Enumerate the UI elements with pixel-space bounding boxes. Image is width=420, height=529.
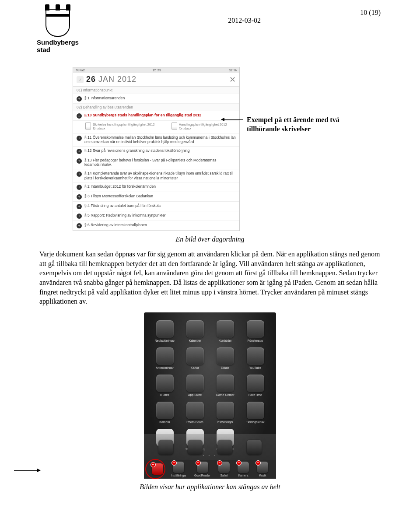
- expand-icon[interactable]: +: [77, 96, 82, 102]
- expand-icon[interactable]: +: [77, 149, 82, 154]
- running-app[interactable]: −Musik: [257, 462, 268, 477]
- close-minus-icon[interactable]: −: [217, 460, 222, 466]
- agenda-item[interactable]: +§ 11 Överenskommelse mellan Stockholm l…: [73, 133, 239, 147]
- dock-app-icon[interactable]: [188, 440, 203, 455]
- running-app[interactable]: −: [152, 463, 163, 476]
- dock-app-icon[interactable]: [158, 440, 173, 455]
- arrow-right-icon: [14, 470, 40, 471]
- expand-icon[interactable]: +: [77, 194, 82, 200]
- callout-example: Exempel på ett ärende med två tillhörand…: [247, 115, 347, 134]
- agenda-date: 26 JAN 2012: [86, 75, 136, 84]
- attachment[interactable]: Handlingsplan tillgänglighet 2012 fön.do…: [172, 123, 236, 130]
- dock-app-icon[interactable]: [247, 440, 262, 455]
- body-paragraph: Varje dokument kan sedan öppnas var för …: [39, 249, 381, 306]
- section-header-2: 02) Behandling av beslutsärenden: [73, 104, 239, 111]
- caption-home: Bilden visar hur applikationer kan stäng…: [39, 483, 381, 491]
- agenda-item[interactable]: +§ 5 Rapport: Redovisning av inkomna syn…: [73, 211, 239, 221]
- close-minus-icon[interactable]: −: [236, 460, 242, 466]
- close-minus-icon[interactable]: −: [256, 460, 261, 466]
- status-time: 15:29: [152, 68, 161, 72]
- ipad-agenda-screenshot: Telia2 15:29 32 % ♪ 26 JAN 2012 ✕ 01) In…: [73, 67, 240, 231]
- status-battery: 32 %: [229, 68, 237, 72]
- agenda-item[interactable]: +§ 12 Svar på revisionens granskning av …: [73, 147, 239, 156]
- expand-icon[interactable]: +: [77, 223, 82, 228]
- brand-line2: stad: [37, 46, 79, 53]
- page-number: 10 (19): [360, 9, 381, 17]
- app-icon-tile[interactable]: Kontakter: [212, 320, 238, 342]
- dock-app-icon[interactable]: [217, 440, 232, 455]
- document-icon: [172, 123, 177, 130]
- running-app[interactable]: −GoodReader: [194, 462, 210, 477]
- dock: [144, 434, 276, 460]
- arrow-left-icon: [221, 119, 243, 120]
- expand-icon[interactable]: +: [77, 158, 82, 164]
- ipad-home-screenshot: Nedladdningar Kalender Kontakter Fönster…: [144, 312, 276, 479]
- app-icon-tile[interactable]: Kamera: [152, 402, 178, 424]
- agenda-item[interactable]: +§ 4 Förändring av antalet barn på Iftin…: [73, 202, 239, 211]
- agenda-item[interactable]: +§ 6 Revidering av internkontrollplanen: [73, 221, 239, 231]
- app-icon-tile[interactable]: Nedladdningar: [152, 320, 178, 342]
- app-icon-tile[interactable]: iTunes: [152, 375, 178, 396]
- status-carrier: Telia2: [76, 68, 85, 72]
- app-icon-tile[interactable]: Eldata: [212, 347, 238, 369]
- attachment[interactable]: Skrivelse handlingsplan tillgänglighet 2…: [85, 123, 163, 130]
- back-icon[interactable]: ♪: [77, 76, 84, 83]
- app-icon-tile[interactable]: Tidningskiosk: [242, 402, 268, 424]
- expand-icon[interactable]: +: [77, 204, 82, 209]
- app-icon-tile[interactable]: Inställningar: [212, 402, 238, 424]
- app-icon-tile[interactable]: YouTube: [242, 347, 268, 369]
- collapse-icon[interactable]: −: [77, 113, 82, 119]
- app-icon-tile[interactable]: Game Center: [212, 375, 238, 396]
- municipality-logo: Sundbybergs stad: [39, 9, 76, 54]
- agenda-item[interactable]: +§ 2 Internbudget 2012 för förskolenämnd…: [73, 182, 239, 192]
- running-app[interactable]: −Inställningar: [171, 462, 186, 477]
- agenda-item[interactable]: +§ 3 Tillsyn Montessoriförskolan Badanka…: [73, 192, 239, 202]
- app-icon-tile[interactable]: Anteckningar: [152, 347, 178, 369]
- agenda-item[interactable]: +§ 1 Informationsärenden: [73, 94, 239, 104]
- caption-agenda: En bild över dagordning: [39, 235, 381, 243]
- expand-icon[interactable]: +: [77, 214, 82, 219]
- app-icon-tile[interactable]: App Store: [182, 375, 208, 396]
- running-app[interactable]: −Kamera: [238, 462, 249, 477]
- section-header-1: 01) Informationspunkt: [73, 87, 239, 94]
- multitask-tray: − −Inställningar −GoodReader −Safari −Ka…: [144, 460, 276, 479]
- app-icon-tile[interactable]: Fönsterapp: [242, 320, 268, 342]
- expand-icon[interactable]: +: [77, 185, 82, 190]
- running-app[interactable]: −Safari: [218, 462, 230, 477]
- app-icon-tile[interactable]: Photo Booth: [182, 402, 208, 424]
- agenda-item[interactable]: +§ 13 Fler pedagoger behövs i förskolan …: [73, 156, 239, 169]
- brand-line1: Sundbybergs: [37, 39, 79, 46]
- close-icon[interactable]: ✕: [229, 75, 236, 84]
- expand-icon[interactable]: +: [77, 136, 82, 141]
- app-icon-tile[interactable]: Kalender: [182, 320, 208, 342]
- app-icon-tile[interactable]: FaceTime: [242, 375, 268, 396]
- expand-icon[interactable]: +: [77, 172, 82, 177]
- app-icon-tile[interactable]: Kartor: [182, 347, 208, 369]
- agenda-item[interactable]: +§ 14 Kompletterande svar av skolinspekt…: [73, 169, 239, 182]
- close-minus-icon[interactable]: −: [150, 462, 156, 467]
- document-icon: [85, 123, 91, 130]
- document-date: 2012-03-02: [228, 17, 261, 25]
- close-minus-icon[interactable]: −: [172, 460, 177, 466]
- close-minus-icon[interactable]: −: [196, 460, 201, 466]
- agenda-item-selected[interactable]: −§ 10 Sundbybergs stads handlingsplan fö…: [73, 111, 239, 121]
